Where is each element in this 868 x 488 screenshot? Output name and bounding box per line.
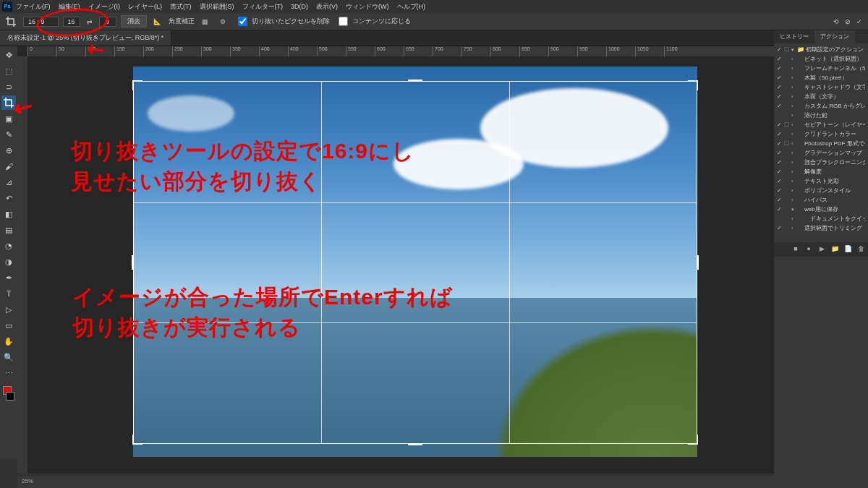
- path-tool[interactable]: ▷: [1, 302, 16, 317]
- horizontal-ruler: 0501001502002503003504004505005506006507…: [27, 46, 774, 56]
- menu-3d[interactable]: 3D(D): [291, 3, 308, 10]
- record-icon[interactable]: ●: [804, 245, 813, 254]
- action-row[interactable]: ✓›キャストシャドウ（文字）: [774, 82, 868, 92]
- frame-tool[interactable]: ▣: [1, 111, 16, 126]
- stop-icon[interactable]: ■: [791, 245, 800, 254]
- delete-cropped-label: 切り抜いたピクセルを削除: [252, 17, 330, 26]
- cancel-crop-icon[interactable]: ⊘: [845, 18, 851, 25]
- action-row[interactable]: ✓›フレームチャンネル（50 pixel）: [774, 64, 868, 73]
- crop-handle-bm[interactable]: [408, 443, 422, 445]
- crop-height-field[interactable]: 9: [99, 17, 116, 27]
- blur-tool[interactable]: ◔: [1, 239, 16, 253]
- zoom-tool[interactable]: 🔍: [1, 350, 16, 364]
- action-row[interactable]: ✓›テキスト光彩: [774, 176, 868, 186]
- tool-palette: ✥ ⬚ ⊃ ▣ ✎ ⊕ 🖌 ⊿ ↶ ◧ ▤ ◔ ◑ ✒ T ▷ ▭ ✋ 🔍 ⋯: [0, 46, 17, 458]
- text-tool[interactable]: T: [1, 286, 16, 301]
- play-icon[interactable]: ▶: [817, 245, 826, 254]
- right-panel: ヒストリー アクション ✓☐▾📁初期設定のアクション ✓›ビネット（選択範囲） …: [774, 30, 868, 488]
- actions-panel-footer: ■ ● ▶ 📁 📄 🗑: [774, 242, 868, 257]
- panel-tabs: ヒストリー アクション: [774, 30, 868, 43]
- menu-select[interactable]: 選択範囲(S): [200, 2, 234, 12]
- lasso-tool[interactable]: ⊃: [1, 80, 16, 94]
- action-set-row[interactable]: ✓☐▾📁初期設定のアクション: [774, 45, 868, 54]
- menu-file[interactable]: ファイル(F): [16, 2, 51, 12]
- reset-icon[interactable]: ⟲: [833, 18, 839, 25]
- marquee-tool[interactable]: ⬚: [1, 64, 16, 78]
- crop-handle-bl[interactable]: [132, 435, 142, 445]
- eraser-tool[interactable]: ◧: [1, 207, 16, 221]
- document-tab[interactable]: 名称未設定-1 @ 25% (切り抜きプレビュー, RGB/8*) *: [0, 30, 171, 46]
- history-tab[interactable]: ヒストリー: [774, 30, 814, 43]
- crop-handle-lm[interactable]: [132, 255, 134, 270]
- commit-crop-icon[interactable]: ✓: [856, 18, 862, 25]
- stamp-tool[interactable]: ⊿: [1, 175, 16, 189]
- history-brush-tool[interactable]: ↶: [1, 191, 16, 205]
- app-icon: Ps: [2, 1, 12, 12]
- eyedropper-tool[interactable]: ✎: [1, 127, 16, 142]
- action-row[interactable]: ✓›木製（50 pixel）: [774, 73, 868, 82]
- action-row[interactable]: ✓›カスタム RGB からグレースケ...: [774, 101, 868, 111]
- hand-tool[interactable]: ✋: [1, 334, 16, 348]
- menu-edit[interactable]: 編集(E): [59, 2, 80, 12]
- zoom-level[interactable]: 25%: [22, 478, 33, 484]
- shape-tool[interactable]: ▭: [1, 318, 16, 333]
- crop-handle-tr[interactable]: [688, 80, 698, 90]
- swap-dims-icon[interactable]: ⇄: [87, 18, 93, 25]
- menu-view[interactable]: 表示(V): [316, 2, 338, 12]
- background-color[interactable]: [6, 392, 14, 401]
- action-row[interactable]: ✓›水面（文字）: [774, 92, 868, 101]
- menu-help[interactable]: ヘルプ(H): [397, 2, 426, 12]
- action-row[interactable]: ✓›ハイパス: [774, 195, 868, 205]
- crop-handle-tm[interactable]: [408, 80, 422, 82]
- straighten-icon[interactable]: 📐: [151, 18, 164, 25]
- action-row[interactable]: ✓▾web用に保存: [774, 205, 868, 214]
- crop-options-icon[interactable]: ⚙: [216, 18, 229, 25]
- new-action-icon[interactable]: 📄: [843, 245, 852, 254]
- canvas-area: 0501001502002503003504004505005506006507…: [17, 46, 774, 474]
- content-aware-label: コンテンツに応じる: [352, 17, 411, 26]
- aspect-ratio-dropdown[interactable]: 16 : 9: [23, 17, 59, 27]
- action-row[interactable]: ✓›選択範囲でトリミング: [774, 223, 868, 233]
- overlay-options-icon[interactable]: ▦: [199, 18, 212, 25]
- action-row[interactable]: ✓›クワドラントカラー: [774, 129, 868, 139]
- trash-icon[interactable]: 🗑: [856, 245, 865, 254]
- crop-handle-tl[interactable]: [132, 80, 142, 90]
- clear-button[interactable]: 消去: [121, 15, 147, 27]
- new-set-icon[interactable]: 📁: [830, 245, 839, 254]
- action-row[interactable]: ›ドキュメントをクイック書き...: [774, 214, 868, 223]
- menu-type[interactable]: 書式(T): [170, 2, 192, 12]
- gradient-tool[interactable]: ▤: [1, 223, 16, 237]
- straighten-label: 角度補正: [169, 17, 195, 26]
- menu-window[interactable]: ウィンドウ(W): [346, 2, 389, 12]
- crop-tool-icon: [6, 17, 16, 27]
- healing-tool[interactable]: ⊕: [1, 143, 16, 158]
- options-bar: 16 : 9 16 ⇄ 9 消去 📐 角度補正 ▦ ⚙ 切り抜いたピクセルを削除…: [0, 13, 868, 30]
- delete-cropped-checkbox[interactable]: [238, 17, 247, 26]
- status-bar: 25%: [17, 476, 774, 488]
- crop-tool[interactable]: [1, 95, 16, 110]
- move-tool[interactable]: ✥: [1, 48, 16, 62]
- action-row[interactable]: ✓☐›セピアトーン（レイヤー）: [774, 120, 868, 129]
- crop-width-field[interactable]: 16: [63, 17, 80, 27]
- brush-tool[interactable]: 🖌: [1, 159, 16, 174]
- action-row[interactable]: ✓›ビネット（選択範囲）: [774, 54, 868, 64]
- action-row[interactable]: ✓›混合ブラシクローニングペイ...: [774, 158, 868, 167]
- menu-bar: Ps ファイル(F) 編集(E) イメージ(I) レイヤー(L) 書式(T) 選…: [0, 0, 868, 13]
- vertical-ruler: [17, 56, 27, 474]
- dodge-tool[interactable]: ◑: [1, 254, 16, 269]
- content-aware-checkbox[interactable]: [339, 17, 348, 26]
- action-row[interactable]: ✓☐›Photoshop PDF 形式で保存: [774, 139, 868, 148]
- action-row[interactable]: ✓›解像度: [774, 167, 868, 176]
- crop-handle-br[interactable]: [688, 435, 698, 445]
- action-row[interactable]: ✓›グラデーションマップ: [774, 148, 868, 158]
- menu-layer[interactable]: レイヤー(L): [128, 2, 162, 12]
- menu-filter[interactable]: フィルター(T): [242, 2, 284, 12]
- crop-handle-rm[interactable]: [697, 255, 699, 270]
- menu-image[interactable]: イメージ(I): [88, 2, 121, 12]
- actions-tab[interactable]: アクション: [814, 30, 855, 43]
- action-row[interactable]: ›溶けた鉛: [774, 111, 868, 120]
- edit-toolbar[interactable]: ⋯: [1, 366, 16, 380]
- action-row[interactable]: ✓›ポリゴンスタイル: [774, 186, 868, 195]
- pen-tool[interactable]: ✒: [1, 270, 16, 285]
- crop-overlay[interactable]: [133, 81, 697, 444]
